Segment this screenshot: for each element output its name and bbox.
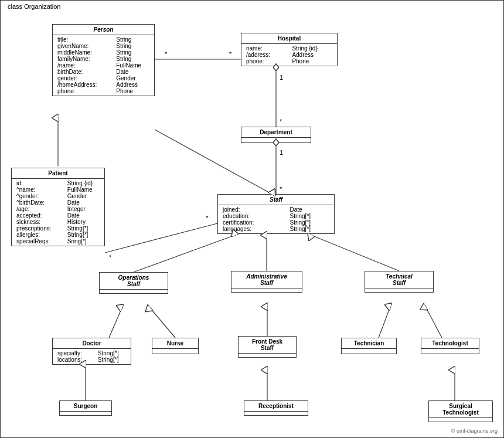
- doctor-class: Doctor specialty:String[*] locations:Str…: [52, 338, 131, 365]
- technician-class: Technician: [341, 338, 397, 354]
- svg-text:*: *: [280, 118, 282, 125]
- staff-class: Staff joined:Date education:String[*] ce…: [217, 194, 335, 234]
- svg-text:1: 1: [280, 149, 283, 156]
- department-class: Department: [241, 127, 311, 143]
- svg-line-23: [425, 307, 442, 338]
- person-class: Person title:String givenName:String mid…: [52, 24, 155, 96]
- technical-staff-header: TechnicalStaff: [365, 271, 433, 288]
- technical-staff-class: TechnicalStaff: [365, 271, 434, 293]
- receptionist-header: Receptionist: [244, 401, 308, 412]
- department-header: Department: [241, 127, 311, 138]
- technologist-header: Technologist: [421, 338, 479, 349]
- staff-body: joined:Date education:String[*] certific…: [218, 205, 334, 233]
- staff-header: Staff: [218, 195, 334, 205]
- hospital-body: name:String {id} /address:Address phone:…: [241, 44, 337, 66]
- svg-line-19: [109, 308, 122, 338]
- patient-class: Patient id:String {id} ^name:FullName ^g…: [11, 168, 105, 246]
- hospital-header: Hospital: [241, 33, 337, 44]
- administrative-staff-body: [231, 288, 302, 292]
- technical-staff-body: [365, 288, 433, 292]
- svg-line-22: [379, 307, 390, 338]
- svg-line-16: [134, 235, 235, 272]
- diagram-title: class Organization: [5, 3, 63, 10]
- person-body: title:String givenName:String middleName…: [53, 35, 154, 96]
- doctor-body: specialty:String[*] locations:String[*]: [53, 349, 131, 364]
- surgeon-body: [60, 412, 111, 415]
- technician-header: Technician: [342, 338, 396, 349]
- operations-staff-class: OperationsStaff: [99, 272, 168, 294]
- surgical-technologist-class: SurgicalTechnologist: [428, 400, 493, 422]
- copyright: © uml-diagrams.org: [451, 428, 498, 434]
- svg-text:*: *: [109, 254, 112, 261]
- svg-line-13: [105, 223, 217, 253]
- patient-header: Patient: [12, 168, 104, 179]
- hospital-class: Hospital name:String {id} /address:Addre…: [241, 33, 338, 66]
- surgical-technologist-body: [429, 418, 492, 422]
- front-desk-staff-body: [239, 354, 296, 357]
- front-desk-staff-class: Front DeskStaff: [238, 336, 297, 358]
- nurse-class: Nurse: [152, 338, 199, 354]
- department-body: [241, 138, 311, 142]
- svg-text:*: *: [280, 185, 282, 192]
- administrative-staff-class: AdministrativeStaff: [231, 271, 302, 293]
- svg-text:1: 1: [280, 74, 283, 81]
- technician-body: [342, 349, 396, 354]
- receptionist-body: [244, 412, 308, 415]
- receptionist-class: Receptionist: [244, 400, 308, 416]
- doctor-header: Doctor: [53, 338, 131, 349]
- operations-staff-header: OperationsStaff: [100, 273, 168, 290]
- surgical-technologist-header: SurgicalTechnologist: [429, 401, 492, 418]
- diagram-container: class Organization Person title:String g…: [0, 0, 504, 438]
- svg-text:*: *: [229, 50, 232, 57]
- nurse-body: [152, 349, 198, 354]
- svg-text:*: *: [206, 215, 209, 222]
- surgeon-class: Surgeon: [59, 400, 112, 416]
- front-desk-staff-header: Front DeskStaff: [239, 337, 296, 354]
- patient-body: id:String {id} ^name:FullName ^gender:Ge…: [12, 179, 104, 246]
- technologist-class: Technologist: [421, 338, 479, 354]
- person-header: Person: [53, 25, 154, 35]
- operations-staff-body: [100, 290, 168, 293]
- svg-text:*: *: [165, 50, 168, 57]
- nurse-header: Nurse: [152, 338, 198, 349]
- administrative-staff-header: AdministrativeStaff: [231, 271, 302, 288]
- technologist-body: [421, 349, 479, 354]
- svg-line-20: [150, 308, 175, 338]
- svg-line-18: [311, 235, 399, 271]
- surgeon-header: Surgeon: [60, 401, 111, 412]
